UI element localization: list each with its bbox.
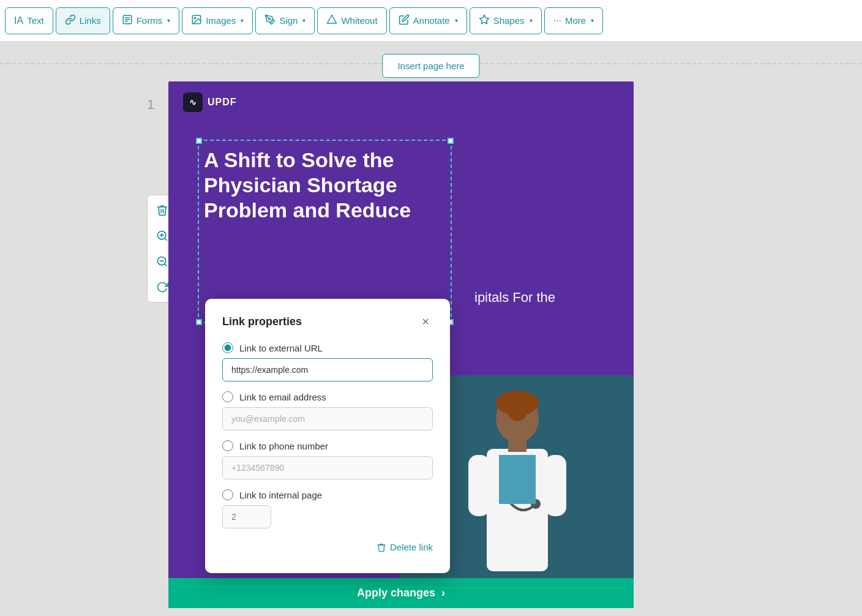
text-icon: IA (14, 15, 23, 26)
external-url-radio[interactable] (222, 342, 233, 353)
svg-rect-21 (545, 455, 566, 516)
internal-page-radio[interactable] (222, 489, 233, 500)
apply-changes-arrow-icon: › (441, 587, 445, 599)
svg-line-14 (165, 264, 167, 266)
handle-bottom-left (196, 319, 202, 325)
dialog-title: Link properties (222, 315, 302, 328)
toolbar-btn-whiteout[interactable]: Whiteout (317, 7, 386, 34)
sign-chevron-icon: ▾ (302, 17, 305, 24)
dialog-close-button[interactable]: × (418, 314, 433, 330)
pdf-brand-name: UPDF (208, 97, 237, 108)
svg-point-23 (508, 403, 527, 421)
external-url-input[interactable] (222, 358, 433, 381)
dialog-header: Link properties × (222, 314, 433, 330)
toolbar-btn-sign[interactable]: Sign ▾ (255, 7, 315, 34)
toolbar-btn-shapes[interactable]: Shapes ▾ (470, 7, 542, 34)
external-url-radio-row: Link to external URL (222, 342, 433, 353)
email-label: Link to email address (239, 392, 326, 402)
external-url-label: Link to external URL (239, 343, 323, 353)
forms-chevron-icon: ▾ (167, 17, 170, 24)
svg-rect-20 (468, 455, 490, 516)
link-option-email: Link to email address (222, 391, 433, 430)
dialog-footer: Delete link (222, 538, 433, 556)
page-number: 1 (147, 97, 154, 113)
pdf-header: ∿ UPDF (168, 81, 634, 118)
whiteout-icon (326, 14, 337, 28)
updf-logo: ∿ (183, 92, 203, 112)
doctor-silhouette (450, 381, 585, 602)
toolbar-btn-forms[interactable]: Forms ▾ (113, 7, 180, 34)
link-option-internal-page: Link to internal page (222, 489, 433, 528)
svg-line-10 (165, 238, 167, 241)
shapes-icon (479, 14, 490, 28)
toolbar-btn-annotate[interactable]: Annotate ▾ (389, 7, 467, 34)
pdf-title: A Shift to Solve the Physician Shortage … (204, 148, 446, 222)
apply-changes-bar[interactable]: Apply changes › (168, 578, 634, 608)
handle-top-left (196, 138, 202, 144)
handle-top-right (448, 138, 454, 144)
internal-page-input[interactable] (222, 505, 271, 528)
svg-point-6 (269, 18, 271, 20)
phone-radio-row: Link to phone number (222, 440, 433, 451)
main-area: Insert page here 1 ∿ UPDF (0, 42, 862, 616)
annotate-icon (399, 14, 410, 28)
toolbar-btn-more[interactable]: ··· More ▾ (544, 7, 604, 34)
apply-changes-text: Apply changes › (357, 587, 445, 599)
toolbar: IA Text Links Forms ▾ Images ▾ Sign ▾ Wh… (0, 0, 862, 42)
images-chevron-icon: ▾ (241, 17, 244, 24)
link-option-phone: Link to phone number (222, 440, 433, 479)
toolbar-btn-text[interactable]: IA Text (5, 7, 53, 34)
svg-marker-7 (328, 15, 337, 23)
toolbar-btn-images[interactable]: Images ▾ (182, 7, 253, 34)
email-radio-row: Link to email address (222, 391, 433, 402)
email-input[interactable] (222, 407, 433, 430)
more-icon: ··· (553, 15, 561, 26)
updf-logo-wave: ∿ (189, 97, 197, 107)
forms-icon (122, 14, 133, 28)
link-properties-dialog: Link properties × Link to external URL L… (205, 299, 450, 573)
pdf-subtitle: ipitals For the (474, 290, 628, 306)
sign-icon (264, 14, 275, 28)
trash-icon (377, 543, 386, 552)
svg-marker-8 (479, 15, 489, 23)
svg-rect-19 (499, 455, 536, 504)
phone-radio[interactable] (222, 440, 233, 451)
shapes-chevron-icon: ▾ (530, 17, 533, 24)
links-icon (65, 14, 76, 28)
phone-label: Link to phone number (239, 441, 328, 451)
images-icon (191, 14, 202, 28)
internal-page-radio-row: Link to internal page (222, 489, 433, 500)
phone-input[interactable] (222, 456, 433, 479)
toolbar-btn-links[interactable]: Links (56, 7, 110, 34)
svg-rect-24 (508, 437, 527, 452)
insert-page-button[interactable]: Insert page here (382, 54, 479, 78)
annotate-chevron-icon: ▾ (455, 17, 458, 24)
delete-link-button[interactable]: Delete link (377, 538, 433, 556)
email-radio[interactable] (222, 391, 233, 402)
internal-page-label: Link to internal page (239, 490, 322, 500)
more-chevron-icon: ▾ (591, 17, 594, 24)
svg-point-5 (194, 17, 195, 18)
link-option-external-url: Link to external URL (222, 342, 433, 381)
